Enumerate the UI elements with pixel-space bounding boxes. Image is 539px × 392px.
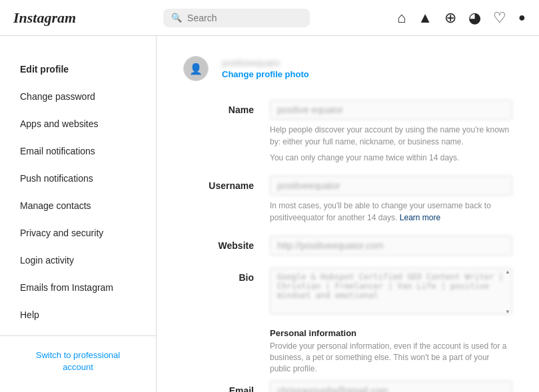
personal-info-title: Personal information <box>270 328 512 338</box>
avatar-icon: 👤 <box>189 63 203 75</box>
profile-header: 👤 positiveequator Change profile photo <box>183 56 512 81</box>
website-input[interactable] <box>270 236 512 256</box>
name-row: Name Help people discover your account b… <box>183 100 512 164</box>
email-label: Email <box>183 381 270 392</box>
switch-to-professional-button[interactable]: Switch to professional account <box>0 343 156 380</box>
edit-profile-content: 👤 positiveequator Change profile photo N… <box>157 36 539 392</box>
name-hint2: You can only change your name twice with… <box>270 152 512 164</box>
logo: Instagram <box>13 9 76 27</box>
username-field: In most cases, you'll be able to change … <box>270 176 512 224</box>
sidebar-item-apps-websites[interactable]: Apps and websites <box>0 110 156 138</box>
personal-info-section: Personal information Provide your person… <box>270 328 512 374</box>
sidebar-item-edit-profile[interactable]: Edit profile <box>0 56 156 83</box>
sidebar-divider <box>0 335 156 336</box>
search-icon: 🔍 <box>171 13 182 23</box>
website-label: Website <box>183 236 270 251</box>
sidebar-item-login-activity[interactable]: Login activity <box>0 247 156 274</box>
name-label: Name <box>183 100 270 115</box>
sidebar-item-manage-contacts[interactable]: Manage contacts <box>0 192 156 220</box>
username-hint: In most cases, you'll be able to change … <box>270 200 512 224</box>
name-hint1: Help people discover your account by usi… <box>270 124 512 148</box>
email-field <box>270 381 512 392</box>
sidebar-item-change-password[interactable]: Change password <box>0 83 156 110</box>
search-bar[interactable]: 🔍 <box>163 9 310 27</box>
bio-label: Bio <box>183 268 270 283</box>
website-row: Website <box>183 236 512 256</box>
compass-icon[interactable]: ◕ <box>468 9 481 27</box>
sidebar: Edit profile Change password Apps and we… <box>0 36 157 392</box>
profile-username: positiveequator <box>222 58 309 68</box>
sidebar-item-push-notifications[interactable]: Push notifications <box>0 165 156 192</box>
profile-info: positiveequator Change profile photo <box>222 58 309 79</box>
avatar: 👤 <box>183 56 209 81</box>
sidebar-item-email-notifications[interactable]: Email notifications <box>0 138 156 165</box>
name-input[interactable] <box>270 100 512 120</box>
sidebar-item-help[interactable]: Help <box>0 301 156 329</box>
email-input[interactable] <box>270 381 512 392</box>
name-field: Help people discover your account by usi… <box>270 100 512 164</box>
username-input[interactable] <box>270 176 512 196</box>
bio-field: ▲ ▼ <box>270 268 512 316</box>
website-field <box>270 236 512 256</box>
sidebar-item-privacy-security[interactable]: Privacy and security <box>0 220 156 247</box>
heart-icon[interactable]: ♡ <box>493 9 506 27</box>
bio-row: Bio ▲ ▼ <box>183 268 512 316</box>
bio-scrollbar: ▲ ▼ <box>503 268 512 316</box>
add-icon[interactable]: ⊕ <box>444 9 456 27</box>
search-input[interactable] <box>187 13 302 23</box>
email-row: Email <box>183 381 512 392</box>
sidebar-item-emails-from-instagram[interactable]: Emails from Instagram <box>0 274 156 301</box>
home-icon[interactable]: ⌂ <box>397 9 406 27</box>
top-navigation: Instagram 🔍 ⌂ ▲ ⊕ ◕ ♡ ● <box>0 0 539 36</box>
nav-icons: ⌂ ▲ ⊕ ◕ ♡ ● <box>397 9 526 27</box>
learn-more-link[interactable]: Learn more <box>400 213 440 222</box>
change-photo-link[interactable]: Change profile photo <box>222 69 309 79</box>
personal-info-desc: Provide your personal information, even … <box>270 341 512 374</box>
scroll-down-arrow: ▼ <box>504 309 511 315</box>
send-icon[interactable]: ▲ <box>418 9 432 27</box>
bio-wrapper: ▲ ▼ <box>270 268 512 316</box>
profile-icon[interactable]: ● <box>518 11 526 25</box>
main-layout: Edit profile Change password Apps and we… <box>0 36 539 392</box>
bio-input[interactable] <box>270 268 512 314</box>
username-row: Username In most cases, you'll be able t… <box>183 176 512 224</box>
scroll-up-arrow: ▲ <box>504 269 511 275</box>
username-label: Username <box>183 176 270 191</box>
